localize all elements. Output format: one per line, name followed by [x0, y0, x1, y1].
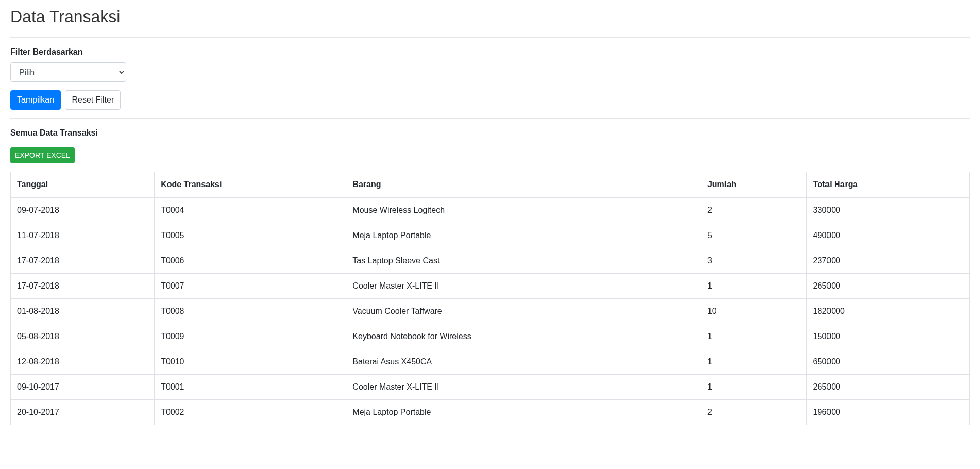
cell-total: 150000 — [806, 324, 969, 349]
table-row: 12-08-2018T0010Baterai Asus X450CA165000… — [11, 349, 970, 375]
cell-jumlah: 1 — [701, 349, 806, 375]
cell-tanggal: 12-08-2018 — [11, 349, 155, 375]
cell-tanggal: 09-10-2017 — [11, 375, 155, 400]
cell-total: 330000 — [806, 197, 969, 223]
col-barang: Barang — [346, 172, 701, 198]
col-total: Total Harga — [806, 172, 969, 198]
table-row: 20-10-2017T0002Meja Laptop Portable21960… — [11, 400, 970, 425]
cell-jumlah: 2 — [701, 400, 806, 425]
col-tanggal: Tanggal — [11, 172, 155, 198]
cell-barang: Keyboard Notebook for Wireless — [346, 324, 701, 349]
cell-tanggal: 01-08-2018 — [11, 299, 155, 324]
cell-kode: T0001 — [155, 375, 346, 400]
col-jumlah: Jumlah — [701, 172, 806, 198]
cell-barang: Cooler Master X-LITE II — [346, 375, 701, 400]
cell-tanggal: 17-07-2018 — [11, 248, 155, 274]
cell-barang: Tas Laptop Sleeve Cast — [346, 248, 701, 274]
cell-jumlah: 1 — [701, 324, 806, 349]
table-row: 09-10-2017T0001Cooler Master X-LITE II12… — [11, 375, 970, 400]
cell-jumlah: 1 — [701, 274, 806, 299]
cell-kode: T0007 — [155, 274, 346, 299]
cell-total: 265000 — [806, 274, 969, 299]
cell-total: 650000 — [806, 349, 969, 375]
cell-jumlah: 10 — [701, 299, 806, 324]
table-row: 17-07-2018T0006Tas Laptop Sleeve Cast323… — [11, 248, 970, 274]
col-kode: Kode Transaksi — [155, 172, 346, 198]
transaction-table: Tanggal Kode Transaksi Barang Jumlah Tot… — [10, 172, 970, 425]
cell-total: 1820000 — [806, 299, 969, 324]
cell-total: 196000 — [806, 400, 969, 425]
cell-total: 490000 — [806, 223, 969, 248]
cell-barang: Meja Laptop Portable — [346, 223, 701, 248]
cell-kode: T0005 — [155, 223, 346, 248]
cell-jumlah: 3 — [701, 248, 806, 274]
table-row: 17-07-2018T0007Cooler Master X-LITE II12… — [11, 274, 970, 299]
cell-tanggal: 17-07-2018 — [11, 274, 155, 299]
filter-label: Filter Berdasarkan — [10, 46, 83, 58]
cell-kode: T0010 — [155, 349, 346, 375]
divider-top — [10, 37, 970, 38]
reset-filter-button[interactable]: Reset Filter — [65, 90, 121, 110]
cell-jumlah: 5 — [701, 223, 806, 248]
filter-select[interactable]: Pilih — [10, 62, 126, 82]
cell-tanggal: 11-07-2018 — [11, 223, 155, 248]
cell-kode: T0009 — [155, 324, 346, 349]
section-heading: Semua Data Transaksi — [10, 127, 970, 139]
cell-kode: T0008 — [155, 299, 346, 324]
table-row: 11-07-2018T0005Meja Laptop Portable54900… — [11, 223, 970, 248]
cell-barang: Meja Laptop Portable — [346, 400, 701, 425]
table-row: 01-08-2018T0008Vacuum Cooler Taffware101… — [11, 299, 970, 324]
cell-barang: Vacuum Cooler Taffware — [346, 299, 701, 324]
table-row: 05-08-2018T0009Keyboard Notebook for Wir… — [11, 324, 970, 349]
show-button[interactable]: Tampilkan — [10, 90, 61, 110]
cell-tanggal: 09-07-2018 — [11, 197, 155, 223]
cell-barang: Baterai Asus X450CA — [346, 349, 701, 375]
table-row: 09-07-2018T0004Mouse Wireless Logitech23… — [11, 197, 970, 223]
cell-barang: Cooler Master X-LITE II — [346, 274, 701, 299]
cell-total: 237000 — [806, 248, 969, 274]
cell-total: 265000 — [806, 375, 969, 400]
cell-jumlah: 2 — [701, 197, 806, 223]
cell-kode: T0002 — [155, 400, 346, 425]
export-excel-button[interactable]: EXPORT EXCEL — [10, 147, 75, 163]
cell-jumlah: 1 — [701, 375, 806, 400]
cell-tanggal: 05-08-2018 — [11, 324, 155, 349]
cell-barang: Mouse Wireless Logitech — [346, 197, 701, 223]
page-title: Data Transaksi — [10, 4, 970, 29]
divider-mid — [10, 118, 970, 119]
cell-kode: T0006 — [155, 248, 346, 274]
cell-tanggal: 20-10-2017 — [11, 400, 155, 425]
cell-kode: T0004 — [155, 197, 346, 223]
